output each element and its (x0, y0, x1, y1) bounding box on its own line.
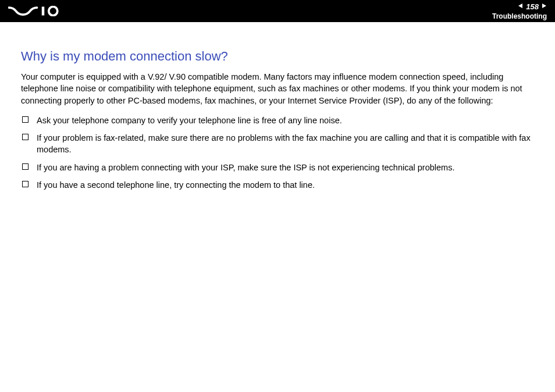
page-nav: 158 (518, 2, 547, 11)
page-content: Why is my modem connection slow? Your co… (0, 22, 555, 191)
vaio-logo (8, 0, 69, 22)
bullet-icon (22, 181, 29, 187)
list-item: Ask your telephone company to verify you… (21, 115, 534, 126)
bullet-text: If you are having a problem connecting w… (37, 162, 534, 173)
list-item: If your problem is fax-related, make sur… (21, 132, 534, 156)
bullet-icon (22, 116, 29, 123)
next-page-arrow-icon[interactable] (541, 3, 547, 10)
bullet-text: Ask your telephone company to verify you… (37, 115, 534, 126)
list-item: If you have a second telephone line, try… (21, 179, 534, 191)
list-item: If you are having a problem connecting w… (21, 162, 534, 173)
page-title: Why is my modem connection slow? (21, 49, 534, 64)
section-label: Troubleshooting (492, 12, 547, 20)
bullet-list: Ask your telephone company to verify you… (21, 115, 534, 191)
intro-paragraph: Your computer is equipped with a V.92/ V… (21, 71, 534, 106)
bullet-text: If your problem is fax-related, make sur… (37, 132, 534, 156)
bullet-text: If you have a second telephone line, try… (37, 179, 534, 191)
page-number: 158 (526, 2, 539, 11)
bullet-icon (22, 163, 29, 170)
page-header: 158 Troubleshooting (0, 0, 555, 22)
svg-rect-0 (42, 7, 45, 16)
svg-marker-2 (518, 3, 522, 8)
bullet-icon (22, 134, 29, 140)
svg-point-1 (49, 7, 58, 16)
svg-marker-3 (542, 3, 546, 8)
header-right: 158 Troubleshooting (492, 2, 547, 20)
prev-page-arrow-icon[interactable] (518, 3, 524, 10)
